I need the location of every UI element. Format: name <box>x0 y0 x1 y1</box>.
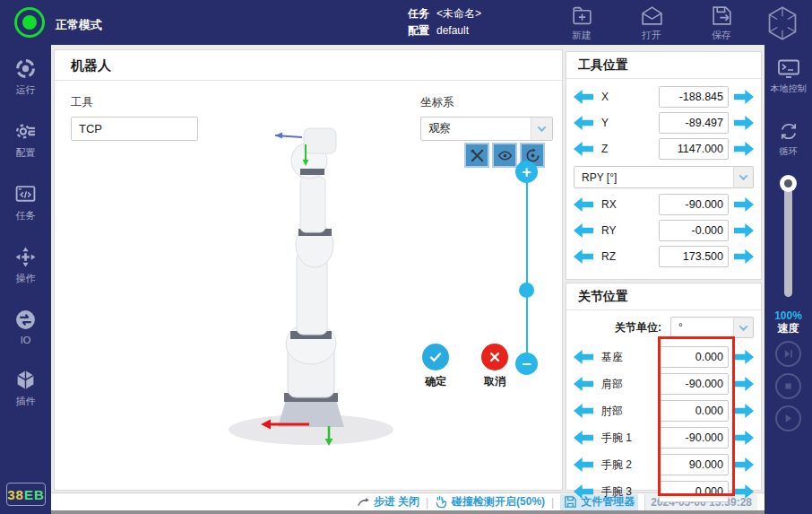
tool-row-rx: RX <box>574 194 754 215</box>
sidebar-item-operate[interactable]: 操作 <box>0 246 51 285</box>
open-task-label: 打开 <box>642 29 661 42</box>
jog-minus-arrow-icon[interactable] <box>574 350 593 364</box>
elbow-value-input[interactable] <box>659 400 729 422</box>
tool-position-title: 工具位置 <box>566 52 761 79</box>
wrist3-value-input[interactable] <box>659 481 729 502</box>
topbar-actions: 新建 打开 保存 <box>560 4 743 42</box>
jog-plus-arrow-icon[interactable] <box>734 377 754 391</box>
play-icon <box>782 413 794 424</box>
jog-minus-arrow-icon[interactable] <box>574 90 593 104</box>
jog-plus-arrow-icon[interactable] <box>734 457 754 472</box>
rpy-select-value: RPY [°] <box>574 171 733 184</box>
viewport-zoom-slider: + − <box>515 161 538 371</box>
y-value-input[interactable] <box>659 112 729 134</box>
loop-button[interactable]: 循环 <box>764 121 812 158</box>
jog-plus-arrow-icon[interactable] <box>734 223 754 238</box>
sidebar-item-config[interactable]: 配置 <box>0 120 51 160</box>
zoom-in-button[interactable]: + <box>515 161 538 183</box>
jog-plus-arrow-icon[interactable] <box>734 350 754 364</box>
stop-button[interactable] <box>775 373 801 399</box>
sidebar-item-io[interactable]: IO <box>0 309 51 345</box>
zoom-slider-track[interactable] <box>526 171 528 362</box>
tool-row-y: Y <box>574 112 754 134</box>
step-mode-toggle[interactable]: 步进 关闭 <box>357 494 419 510</box>
new-task-button[interactable]: 新建 <box>560 4 603 42</box>
sidebar-item-plugin[interactable]: 插件 <box>0 369 51 408</box>
local-control-label: 本地控制 <box>771 83 807 95</box>
jog-plus-arrow-icon[interactable] <box>734 116 754 130</box>
speed-percent: 100% <box>764 309 812 322</box>
play-button[interactable] <box>775 405 801 431</box>
jog-plus-arrow-icon[interactable] <box>734 249 754 264</box>
jog-minus-arrow-icon[interactable] <box>574 249 593 264</box>
open-file-icon <box>640 4 664 27</box>
jog-minus-arrow-icon[interactable] <box>574 457 593 472</box>
axis-label: RX <box>601 198 659 211</box>
step-forward-button[interactable] <box>775 341 801 367</box>
jog-minus-arrow-icon[interactable] <box>574 404 593 418</box>
rz-value-input[interactable] <box>659 246 729 267</box>
rx-value-input[interactable] <box>659 194 729 215</box>
new-file-icon <box>570 4 594 27</box>
joint-label: 肘部 <box>601 404 659 419</box>
joint-row-shoulder: 肩部 <box>574 373 754 395</box>
wrist2-value-input[interactable] <box>659 454 729 475</box>
jog-minus-arrow-icon[interactable] <box>574 142 593 156</box>
jog-plus-arrow-icon[interactable] <box>734 484 754 499</box>
z-value-input[interactable] <box>659 138 729 160</box>
speed-slider-track[interactable] <box>784 182 792 297</box>
x-value-input[interactable] <box>659 86 729 108</box>
joint-row-base: 基座 <box>574 346 754 368</box>
joint-label: 手腕 1 <box>601 431 659 446</box>
speed-slider[interactable] <box>764 175 812 301</box>
tool-position-panel: 工具位置 X Y Z RPY [°] RX <box>566 51 762 280</box>
collision-detection-toggle[interactable]: 碰撞检测开启(50%) <box>435 494 545 510</box>
base-value-input[interactable] <box>659 346 729 368</box>
confirm-button[interactable]: 确定 <box>422 344 449 389</box>
collision-icon <box>435 495 448 509</box>
shoulder-value-input[interactable] <box>659 373 729 395</box>
joint-unit-value: ° <box>671 321 733 334</box>
speed-slider-handle[interactable] <box>780 175 797 192</box>
joint-row-wrist2: 手腕 2 <box>574 454 754 475</box>
cancel-button[interactable]: 取消 <box>481 344 508 389</box>
sidebar-item-run[interactable]: 运行 <box>0 57 51 97</box>
jog-minus-arrow-icon[interactable] <box>574 116 593 130</box>
mode-label: 正常模式 <box>56 17 102 33</box>
zoom-out-button[interactable]: − <box>515 353 538 375</box>
frame-label: 坐标系 <box>420 95 553 110</box>
local-control-button[interactable]: 本地控制 <box>764 58 812 95</box>
jog-minus-arrow-icon[interactable] <box>574 377 593 391</box>
robot-3d-viewport[interactable] <box>56 135 563 491</box>
save-icon <box>710 4 734 27</box>
jog-plus-arrow-icon[interactable] <box>734 404 754 418</box>
joint-label: 肩部 <box>601 377 659 392</box>
io-icon <box>14 309 37 331</box>
task-label: 任务 <box>408 5 429 22</box>
axis-label: Z <box>601 143 659 155</box>
ry-value-input[interactable] <box>659 220 729 241</box>
rpy-format-select[interactable]: RPY [°] <box>574 166 754 188</box>
sidebar-item-task[interactable]: 任务 <box>0 183 51 222</box>
jog-minus-arrow-icon[interactable] <box>574 431 593 445</box>
save-task-button[interactable]: 保存 <box>700 4 743 42</box>
joint-position-title: 关节位置 <box>566 283 761 310</box>
wrist1-value-input[interactable] <box>659 427 729 449</box>
speed-label: 速度 <box>764 322 812 335</box>
step-mode-label: 步进 关闭 <box>374 494 419 510</box>
sidebar-item-label: IO <box>21 335 31 345</box>
jog-plus-arrow-icon[interactable] <box>734 142 754 156</box>
save-task-label: 保存 <box>712 29 731 42</box>
tool-row-x: X <box>574 86 754 108</box>
jog-plus-arrow-icon[interactable] <box>734 90 754 104</box>
jog-minus-arrow-icon[interactable] <box>574 197 593 212</box>
open-task-button[interactable]: 打开 <box>630 4 673 42</box>
jog-minus-arrow-icon[interactable] <box>574 223 593 238</box>
jog-plus-arrow-icon[interactable] <box>734 197 754 212</box>
zoom-slider-handle[interactable] <box>519 283 534 298</box>
jog-plus-arrow-icon[interactable] <box>734 431 754 445</box>
terminal-icon <box>777 58 800 79</box>
joint-unit-select[interactable]: ° <box>670 317 754 338</box>
sidebar-item-label: 运行 <box>16 83 36 97</box>
jog-minus-arrow-icon[interactable] <box>574 484 593 499</box>
